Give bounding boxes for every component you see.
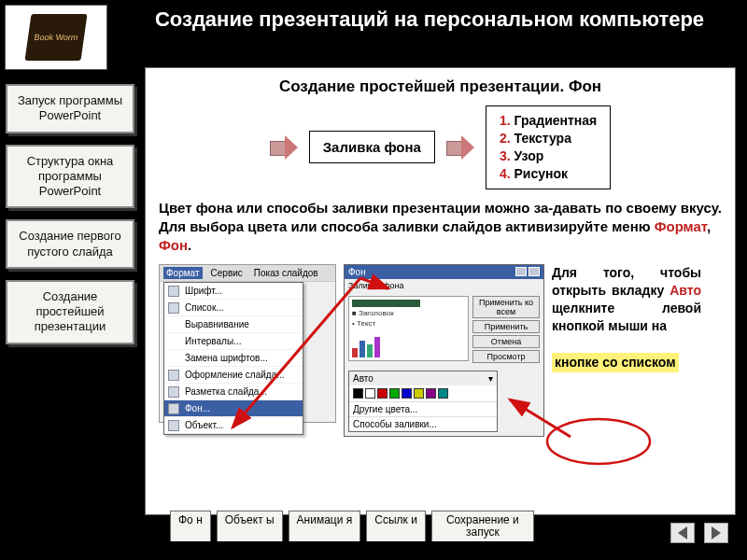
nav-arrows xyxy=(670,523,728,543)
menu-item-background: Фон... xyxy=(164,400,303,417)
arrow-icon xyxy=(446,135,474,160)
preview-button[interactable]: Просмотр xyxy=(472,350,540,363)
content-panel: Создание простейшей презентации. Фон Зал… xyxy=(145,67,736,515)
highlight-box: кнопке со списком xyxy=(552,353,679,372)
color-swatches xyxy=(349,385,497,401)
menu-tab-format: Формат xyxy=(163,267,203,279)
dialog-preview: ■ Заголовок • Текст xyxy=(348,296,469,361)
arrow-icon xyxy=(270,135,298,160)
side-instruction: Для того, чтобы открыть вкладку Авто щел… xyxy=(552,264,701,371)
bookworm-logo: Book Worm xyxy=(5,5,107,70)
triangle-right-icon xyxy=(712,526,721,539)
sidebar-item-structure[interactable]: Структура окна программы PowerPoint xyxy=(6,145,134,209)
screenshots-row: Формат Сервис Показ слайдов Шрифт... Спи… xyxy=(159,264,722,437)
chevron-down-icon[interactable]: ▾ xyxy=(488,373,493,384)
sidebar-item-label: Создание простейшей презентации xyxy=(35,289,106,334)
prev-button[interactable] xyxy=(670,523,695,543)
apply-all-button[interactable]: Применить ко всем xyxy=(472,296,540,318)
menu-tab-service: Сервис xyxy=(208,267,246,279)
sidebar-item-first-slide[interactable]: Создание первого пустого слайда xyxy=(6,219,134,269)
format-dropdown: Шрифт... Список... Выравнивание Интервал… xyxy=(163,282,303,435)
mock-format-menu: Формат Сервис Показ слайдов Шрифт... Спи… xyxy=(159,264,336,423)
apply-button[interactable]: Применить xyxy=(472,320,540,333)
sidebar-item-label: Создание первого пустого слайда xyxy=(19,229,120,258)
sidebar: Запуск программы PowerPoint Структура ок… xyxy=(0,84,140,344)
menubar: Формат Сервис Показ слайдов xyxy=(160,265,335,282)
color-dropdown: Авто▾ Другие цвета... Способы заливки... xyxy=(348,371,498,432)
bottom-tabs: Фо н Объект ы Анимаци я Ссылк и Сохранен… xyxy=(170,511,534,541)
dialog-section-label: Заливка фона xyxy=(345,279,543,292)
sidebar-item-label: Запуск программы PowerPoint xyxy=(18,93,122,122)
sidebar-item-launch[interactable]: Запуск программы PowerPoint xyxy=(6,84,134,133)
tab-background[interactable]: Фо н xyxy=(170,511,211,541)
tab-links[interactable]: Ссылк и xyxy=(366,511,426,541)
flow-fill-box: Заливка фона xyxy=(309,131,435,163)
close-icon xyxy=(529,267,540,276)
sidebar-item-simple-pres[interactable]: Создание простейшей презентации xyxy=(6,280,134,344)
help-icon xyxy=(515,267,527,276)
triangle-left-icon xyxy=(678,526,687,539)
tab-objects[interactable]: Объект ы xyxy=(217,511,283,541)
tab-animation[interactable]: Анимаци я xyxy=(289,511,361,541)
body-paragraph: Цвет фона или способы заливки презентаци… xyxy=(159,199,722,256)
content-heading: Создание простейшей презентации. Фон xyxy=(159,77,722,96)
menu-tab-slideshow: Показ слайдов xyxy=(251,267,321,279)
sidebar-item-label: Структура окна программы PowerPoint xyxy=(27,154,114,199)
tab-save-run[interactable]: Сохранение и запуск xyxy=(431,511,534,541)
logo-text: Book Worm xyxy=(24,14,87,61)
dialog-buttons: Применить ко всем Применить Отмена Просм… xyxy=(472,296,540,363)
dialog-titlebar: Фон xyxy=(345,265,543,279)
mock-background-dialog: Фон Заливка фона ■ Заголовок • Текст При… xyxy=(344,264,544,437)
fill-options-list: 1. Градиентная 2. Текстура 3. Узор 4. Ри… xyxy=(486,105,611,189)
next-button[interactable] xyxy=(704,523,728,543)
page-title: Создание презентаций на персональном ком… xyxy=(121,7,738,32)
flow-row: Заливка фона 1. Градиентная 2. Текстура … xyxy=(159,105,722,189)
cancel-button[interactable]: Отмена xyxy=(472,335,540,348)
